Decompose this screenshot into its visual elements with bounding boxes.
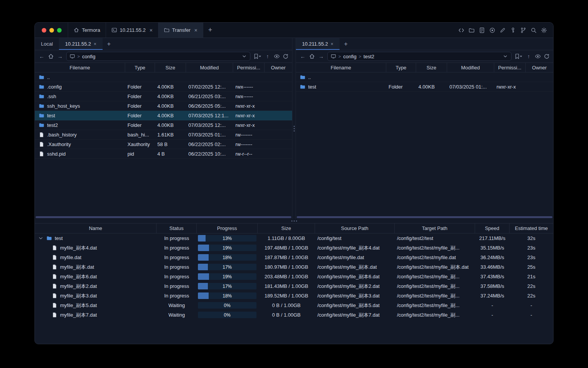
path-segment[interactable]: test2	[364, 54, 374, 59]
transfer-row[interactable]: myfile_副本.datIn progress17%180.97MB / 1.…	[35, 262, 553, 272]
column-header[interactable]: Modified	[447, 63, 494, 72]
transfer-row[interactable]: myfile_副本5.datWaiting0%0 B / 1.00GB/conf…	[35, 301, 553, 310]
forward-button[interactable]: →	[318, 54, 325, 59]
path-field[interactable]: >config	[66, 52, 250, 61]
column-header[interactable]: Permissi...	[494, 63, 526, 72]
zoom-window-button[interactable]	[57, 28, 62, 33]
progress-label: 18%	[198, 254, 256, 261]
path-dropdown-icon[interactable]	[242, 54, 247, 59]
transfer-row[interactable]: myfile_副本2.datIn progress17%181.43MB / 1…	[35, 281, 553, 291]
close-tab-icon[interactable]: ×	[149, 28, 152, 33]
transfer-row[interactable]: myfile.datIn progress18%187.87MB / 1.00G…	[35, 253, 553, 262]
file-icon	[39, 141, 44, 147]
column-header[interactable]: Target Path	[395, 223, 475, 233]
expand-chevron-icon[interactable]	[38, 235, 44, 241]
horizontal-scrollbar[interactable]	[297, 216, 552, 218]
new-panel-tab-button[interactable]: +	[340, 38, 352, 50]
column-header[interactable]: Name	[35, 223, 157, 233]
column-header[interactable]: Estimated time	[510, 223, 553, 233]
file-row[interactable]: sshd.pidpid4 B06/22/2025 10:...rw-r--r--	[35, 149, 292, 159]
new-panel-tab-button[interactable]: +	[103, 38, 115, 50]
file-row[interactable]: ..	[296, 72, 553, 82]
refresh-button[interactable]	[544, 53, 550, 59]
path-field[interactable]: >config>test2	[327, 52, 511, 61]
file-row[interactable]: test2Folder4.00KB07/03/2025 12:...rwxr-x…	[35, 120, 292, 130]
column-header[interactable]: Source Path	[315, 223, 395, 233]
edit-icon[interactable]	[500, 27, 506, 33]
transfer-name-cell: myfile_副本6.dat	[35, 273, 157, 280]
transfer-row[interactable]: myfile_副本4.datIn progress19%197.48MB / 1…	[35, 243, 553, 253]
search-icon[interactable]	[531, 27, 537, 33]
column-header[interactable]: Progress	[197, 223, 258, 233]
show-hidden-button[interactable]	[274, 53, 280, 59]
titlebar-tab[interactable]: 10.211.55.2×	[106, 23, 158, 38]
up-button[interactable]: ↑	[264, 54, 271, 59]
file-icon	[39, 151, 44, 157]
minimize-window-button[interactable]	[49, 28, 54, 33]
path-segment[interactable]: config	[343, 54, 356, 59]
column-header[interactable]: Permissi...	[233, 63, 265, 72]
column-header[interactable]: Size	[416, 63, 447, 72]
bookmark-button[interactable]	[514, 53, 523, 59]
column-header[interactable]: Size	[155, 63, 186, 72]
file-row[interactable]: testFolder4.00KB07/03/2025 01:...rwxr-xr…	[296, 82, 553, 92]
column-header[interactable]: Modified	[186, 63, 233, 72]
close-tab-icon[interactable]: ×	[94, 42, 96, 46]
panel-tab[interactable]: Local	[35, 38, 59, 50]
transfer-row[interactable]: myfile_副本3.datIn progress18%189.52MB / 1…	[35, 291, 553, 301]
record-icon[interactable]	[489, 27, 495, 33]
file-row[interactable]: ssh_host_keysFolder4.00KB06/26/2025 05:.…	[35, 101, 292, 111]
forward-button[interactable]: →	[57, 54, 64, 59]
file-size-cell: 4.00KB	[155, 103, 186, 109]
column-header[interactable]: Status	[157, 223, 197, 233]
filename-cell: ..	[296, 74, 386, 80]
column-header[interactable]: Size	[258, 223, 315, 233]
file-row[interactable]: ..	[35, 72, 292, 82]
path-dropdown-icon[interactable]	[503, 54, 508, 59]
column-header[interactable]: Filename	[296, 63, 386, 72]
file-row[interactable]: .sshFolder4.00KB06/21/2025 03:...rwx----…	[35, 92, 292, 101]
progress-cell: 17%	[197, 283, 258, 289]
settings-icon[interactable]	[541, 27, 547, 33]
bookmark-button[interactable]	[253, 53, 261, 59]
up-button[interactable]: ↑	[525, 54, 532, 59]
home-button[interactable]	[309, 53, 315, 59]
path-segment[interactable]: config	[82, 54, 95, 59]
horizontal-splitter[interactable]	[35, 219, 553, 223]
panel-tab[interactable]: 10.211.55.2×	[59, 38, 103, 50]
new-tab-button[interactable]: +	[203, 23, 217, 38]
log-icon[interactable]	[479, 27, 485, 33]
file-row[interactable]: .bash_historybash_hi...1.61KB07/03/2025 …	[35, 130, 292, 140]
column-header[interactable]: Filename	[35, 63, 125, 72]
back-button[interactable]: ←	[299, 54, 306, 59]
column-header[interactable]: Type	[386, 63, 416, 72]
file-row[interactable]: .XauthorityXauthority58 B06/22/2025 02:.…	[35, 140, 292, 149]
refresh-button[interactable]	[283, 53, 289, 59]
column-header[interactable]: Owner	[265, 63, 292, 72]
column-header[interactable]: Owner	[526, 63, 553, 72]
file-row[interactable]: .configFolder4.00KB07/02/2025 12:...rwx-…	[35, 82, 292, 92]
horizontal-scrollbar[interactable]	[36, 216, 291, 218]
branch-icon[interactable]	[520, 27, 526, 33]
show-hidden-button[interactable]	[535, 53, 541, 59]
close-tab-icon[interactable]: ×	[331, 42, 333, 46]
transfer-row[interactable]: testIn progress13%1.11GB / 8.00GB/config…	[35, 233, 553, 243]
close-tab-icon[interactable]: ×	[194, 28, 198, 33]
vertical-splitter[interactable]	[292, 38, 296, 219]
home-button[interactable]	[48, 53, 54, 59]
titlebar-tab[interactable]: Termora	[68, 23, 106, 38]
key-icon[interactable]	[510, 27, 516, 33]
panel-tab[interactable]: 10.211.55.2×	[296, 38, 340, 50]
titlebar-tab[interactable]: Transfer×	[158, 23, 203, 38]
column-header[interactable]: Type	[125, 63, 155, 72]
transfer-row[interactable]: myfile_副本7.datWaiting0%0 B / 1.00GB/conf…	[35, 310, 553, 320]
transfer-row[interactable]: myfile_副本6.datIn progress19%203.48MB / 1…	[35, 272, 553, 281]
progress-label: 19%	[198, 245, 256, 251]
column-header[interactable]: Speed	[475, 223, 510, 233]
close-window-button[interactable]	[42, 28, 46, 33]
speed-cell: 37.24MB/s	[475, 293, 510, 299]
code-icon[interactable]	[458, 27, 464, 33]
back-button[interactable]: ←	[38, 54, 45, 59]
file-row[interactable]: testFolder4.00KB07/03/2025 12:1...rwxr-x…	[35, 111, 292, 120]
folder-icon[interactable]	[469, 27, 475, 33]
